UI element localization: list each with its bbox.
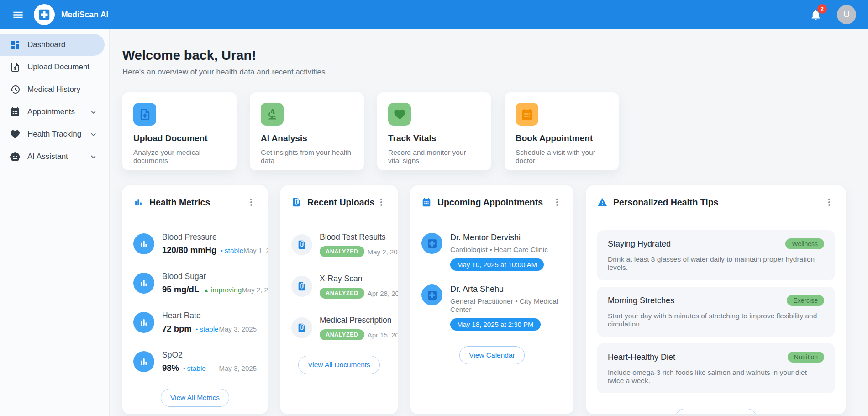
doctor-avatar bbox=[421, 284, 442, 305]
kebab-icon[interactable] bbox=[824, 197, 835, 208]
view-calendar-button[interactable]: View Calendar bbox=[459, 346, 525, 364]
microscope-icon bbox=[266, 108, 279, 121]
upload-name: Medical Prescription bbox=[320, 316, 392, 325]
chevron-down-icon bbox=[89, 107, 98, 117]
metric-row: Heart Rate 72 bpm •stable May 3, 2025 bbox=[133, 311, 257, 334]
panel-title: Recent Uploads bbox=[307, 197, 374, 208]
quick-action-card[interactable]: AI Analysis Get insights from your healt… bbox=[250, 92, 364, 170]
view-all-health-tips-button[interactable]: View All Health Tips bbox=[675, 409, 757, 414]
notifications-button[interactable]: 2 bbox=[806, 5, 825, 24]
metric-date: May 1, 2025 bbox=[243, 247, 268, 254]
action-title: Book Appointment bbox=[516, 133, 608, 143]
kebab-icon[interactable] bbox=[246, 197, 257, 208]
appointment-datetime-badge: May 18, 2025 at 2:30 PM bbox=[450, 318, 541, 331]
action-icon-tile bbox=[516, 103, 538, 126]
appointments-panel: Upcoming Appointments Dr. Mentor Dervish… bbox=[410, 185, 573, 414]
trend-marker-icon: • bbox=[221, 247, 223, 254]
menu-icon bbox=[12, 9, 24, 21]
action-description: Get insights from your health data bbox=[261, 148, 353, 165]
document-clip-icon bbox=[297, 240, 307, 250]
metric-trend: •stable bbox=[196, 325, 219, 333]
health-tip-card: Staying Hydrated Wellness Drink at least… bbox=[597, 230, 835, 280]
trend-label: improving bbox=[211, 286, 242, 294]
bar-chart-icon bbox=[133, 197, 143, 207]
tip-category-badge: Wellness bbox=[785, 238, 824, 249]
trend-label: stable bbox=[225, 247, 243, 254]
sidebar-item-label: AI Assistant bbox=[27, 152, 68, 161]
metric-row: Blood Sugar 95 mg/dL ▲improving May 2, 2… bbox=[133, 272, 257, 295]
uploads-list: Blood Test Results ANALYZED May 2, 2025 … bbox=[291, 232, 387, 340]
document-clip-icon bbox=[291, 197, 301, 207]
tip-description: Start your day with 5 minutes of stretch… bbox=[608, 312, 824, 328]
sidebar-item[interactable]: Medical History bbox=[0, 79, 109, 100]
upload-avatar bbox=[291, 234, 312, 255]
action-title: Track Vitals bbox=[388, 133, 480, 143]
doctor-name: Dr. Mentor Dervishi bbox=[450, 233, 548, 242]
calendar-icon bbox=[421, 197, 431, 207]
health-metrics-panel: Health Metrics Blood Pressure 120/80 mmH… bbox=[122, 185, 268, 414]
tip-title: Staying Hydrated bbox=[608, 239, 671, 249]
divider bbox=[291, 218, 387, 218]
status-badge: ANALYZED bbox=[320, 246, 364, 257]
metric-date: May 2, 2025 bbox=[242, 286, 268, 294]
trend-label: stable bbox=[187, 364, 206, 372]
action-description: Analyze your medical documents bbox=[133, 148, 226, 165]
metric-name: Blood Pressure bbox=[162, 232, 217, 242]
recent-uploads-panel: Recent Uploads Blood Test Results ANALYZ… bbox=[280, 185, 398, 414]
trend-marker-icon: • bbox=[196, 326, 198, 333]
view-all-metrics-button[interactable]: View All Metrics bbox=[161, 389, 229, 407]
action-icon-tile bbox=[133, 103, 156, 126]
tip-description: Include omega-3 rich foods like salmon a… bbox=[608, 369, 824, 385]
sidebar-item[interactable]: Health Tracking bbox=[0, 123, 109, 145]
upload-row: Blood Test Results ANALYZED May 2, 2025 bbox=[291, 232, 387, 257]
sidebar-item[interactable]: AI Assistant bbox=[0, 146, 109, 168]
metric-trend: •stable bbox=[183, 364, 206, 373]
doctor-detail: General Practitioner • City Medical Cent… bbox=[450, 297, 563, 314]
view-all-documents-button[interactable]: View All Documents bbox=[298, 356, 380, 374]
sidebar-item-label: Dashboard bbox=[27, 40, 65, 49]
sidebar-item[interactable]: Upload Document bbox=[0, 56, 109, 78]
quick-action-card[interactable]: Upload Document Analyze your medical doc… bbox=[122, 92, 237, 170]
medical-cross-icon bbox=[426, 238, 438, 249]
upload-row: X-Ray Scan ANALYZED Apr 28, 2025 bbox=[291, 274, 387, 299]
calendar-icon bbox=[10, 106, 21, 117]
quick-action-card[interactable]: Book Appointment Schedule a visit with y… bbox=[505, 92, 619, 170]
notification-badge: 2 bbox=[817, 4, 827, 14]
health-tip-card: Heart-Healthy Diet Nutrition Include ome… bbox=[597, 343, 835, 393]
tip-category-badge: Nutrition bbox=[788, 352, 824, 363]
page-title: Welcome back, Uran! bbox=[122, 48, 846, 63]
divider bbox=[133, 218, 257, 218]
action-icon-tile bbox=[388, 103, 411, 126]
appointment-datetime-badge: May 10, 2025 at 10:00 AM bbox=[450, 258, 544, 271]
user-avatar[interactable]: U bbox=[837, 5, 856, 24]
metric-trend: •stable bbox=[221, 247, 243, 255]
sidebar-item-label: Appointments bbox=[27, 107, 75, 116]
appointment-row: Dr. Arta Shehu General Practitioner • Ci… bbox=[421, 284, 563, 331]
upload-name: Blood Test Results bbox=[320, 232, 386, 242]
bar-chart-icon bbox=[139, 239, 149, 249]
document-clip-icon bbox=[297, 323, 307, 333]
quick-action-card[interactable]: Track Vitals Record and monitor your vit… bbox=[377, 92, 491, 170]
kebab-icon[interactable] bbox=[552, 197, 563, 208]
doctor-avatar bbox=[421, 233, 442, 254]
document-clip-icon bbox=[297, 281, 307, 291]
status-badge: ANALYZED bbox=[320, 329, 364, 340]
kebab-icon[interactable] bbox=[376, 197, 387, 208]
sidebar-item[interactable]: Dashboard bbox=[0, 34, 105, 56]
upload-date: May 2, 2025 bbox=[368, 248, 398, 256]
divider bbox=[597, 218, 835, 218]
calendar-icon bbox=[521, 108, 534, 121]
metric-avatar bbox=[133, 273, 154, 294]
menu-button[interactable] bbox=[8, 5, 27, 24]
sidebar-item[interactable]: Appointments bbox=[0, 101, 109, 123]
metric-value: 95 mg/dL bbox=[162, 284, 199, 295]
bar-chart-icon bbox=[139, 357, 149, 367]
metric-value: 72 bpm bbox=[162, 324, 192, 334]
sidebar-item-label: Medical History bbox=[27, 85, 80, 94]
upload-avatar bbox=[291, 317, 312, 338]
robot-icon bbox=[10, 151, 21, 162]
status-badge: ANALYZED bbox=[320, 288, 364, 299]
metric-row: SpO2 98% •stable May 3, 2025 bbox=[133, 350, 257, 373]
chevron-down-icon bbox=[89, 130, 98, 139]
upload-date: Apr 15, 2025 bbox=[368, 331, 398, 339]
